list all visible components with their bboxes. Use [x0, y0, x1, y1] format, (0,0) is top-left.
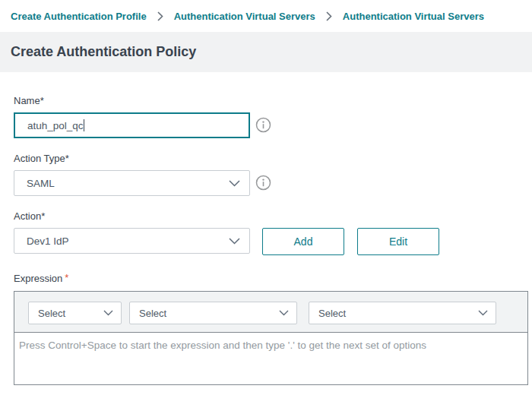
chevron-down-icon — [229, 238, 249, 245]
action-type-label: Action Type* — [14, 153, 69, 164]
chevron-down-icon — [478, 310, 496, 316]
action-label: Action* — [14, 210, 45, 222]
expression-select-1[interactable]: Select — [28, 302, 122, 324]
required-asterisk: * — [40, 95, 44, 106]
expression-select-2[interactable]: Select — [129, 302, 297, 324]
expression-select-3[interactable]: Select — [309, 302, 496, 324]
page-header: Create Authentication Policy — [0, 32, 532, 72]
chevron-down-icon — [229, 180, 249, 187]
expression-input[interactable]: Press Control+Space to start the express… — [14, 333, 527, 384]
breadcrumb-separator-icon — [157, 11, 163, 21]
info-icon[interactable] — [255, 117, 271, 133]
action-type-select[interactable]: SAML — [14, 170, 250, 196]
required-asterisk: * — [65, 272, 68, 283]
breadcrumb: Create Authentication Profile Authentica… — [11, 8, 532, 24]
name-label: Name* — [14, 95, 44, 106]
expression-label: Expression* — [14, 273, 68, 284]
action-select[interactable]: Dev1 IdP — [14, 228, 250, 254]
name-input-value: atuh_pol_qc — [27, 120, 84, 131]
required-asterisk: * — [65, 153, 69, 164]
breadcrumb-separator-icon — [326, 11, 332, 21]
info-icon[interactable] — [255, 175, 271, 191]
expression-builder: Select Select Select Press Control+Space… — [14, 291, 528, 385]
add-button[interactable]: Add — [262, 228, 344, 255]
name-input[interactable]: atuh_pol_qc — [14, 112, 250, 138]
edit-button[interactable]: Edit — [357, 228, 439, 255]
action-type-value: SAML — [14, 178, 55, 189]
action-value: Dev1 IdP — [14, 235, 69, 247]
chevron-down-icon — [279, 310, 296, 316]
page-title: Create Authentication Policy — [11, 44, 196, 60]
breadcrumb-item-authentication-virtual-servers-2[interactable]: Authentication Virtual Servers — [343, 11, 484, 22]
breadcrumb-item-authentication-virtual-servers[interactable]: Authentication Virtual Servers — [174, 11, 315, 22]
text-cursor — [84, 119, 84, 131]
chevron-down-icon — [103, 310, 121, 316]
expression-builder-toolbar: Select Select Select — [14, 292, 527, 333]
required-asterisk: * — [41, 210, 45, 222]
breadcrumb-item-create-authentication-profile[interactable]: Create Authentication Profile — [11, 11, 147, 22]
